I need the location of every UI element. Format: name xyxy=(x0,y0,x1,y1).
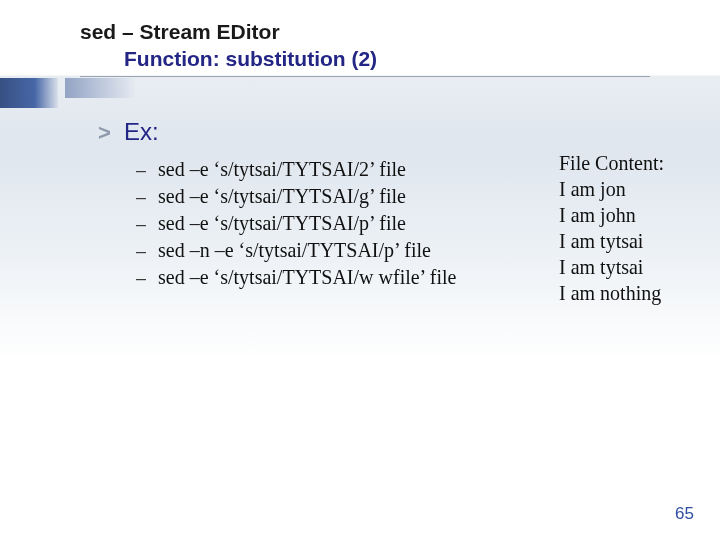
page-number: 65 xyxy=(675,504,694,524)
file-content-line: I am nothing xyxy=(559,280,664,306)
content-columns: – sed –e ‘s/tytsai/TYTSAI/2’ file – sed … xyxy=(98,154,670,306)
file-content-line: I am john xyxy=(559,202,664,228)
chevron-icon: > xyxy=(98,120,124,146)
example-label: Ex: xyxy=(124,118,159,146)
file-content-heading: File Content: xyxy=(559,150,664,176)
list-item: – sed –e ‘s/tytsai/TYTSAI/p’ file xyxy=(136,212,456,235)
bullet-dash-icon: – xyxy=(136,160,158,181)
slide: sed – Stream EDitor Function: substituti… xyxy=(0,0,720,540)
slide-title: sed – Stream EDitor Function: substituti… xyxy=(80,18,377,73)
command-text: sed –e ‘s/tytsai/TYTSAI/p’ file xyxy=(158,212,406,235)
file-content-line: I am jon xyxy=(559,176,664,202)
accent-strip-secondary xyxy=(65,78,135,98)
title-line-2: Function: substitution (2) xyxy=(80,45,377,72)
list-item: – sed –e ‘s/tytsai/TYTSAI/2’ file xyxy=(136,158,456,181)
command-text: sed –n –e ‘s/tytsai/TYTSAI/p’ file xyxy=(158,239,431,262)
title-underline xyxy=(80,76,650,77)
command-list: – sed –e ‘s/tytsai/TYTSAI/2’ file – sed … xyxy=(136,158,456,293)
file-content-line: I am tytsai xyxy=(559,228,664,254)
accent-strip xyxy=(0,78,58,108)
list-item: – sed –e ‘s/tytsai/TYTSAI/w wfile’ file xyxy=(136,266,456,289)
title-line-1: sed – Stream EDitor xyxy=(80,18,377,45)
bullet-dash-icon: – xyxy=(136,268,158,289)
list-item: – sed –n –e ‘s/tytsai/TYTSAI/p’ file xyxy=(136,239,456,262)
list-item: – sed –e ‘s/tytsai/TYTSAI/g’ file xyxy=(136,185,456,208)
bullet-dash-icon: – xyxy=(136,187,158,208)
command-text: sed –e ‘s/tytsai/TYTSAI/g’ file xyxy=(158,185,406,208)
example-heading-row: > Ex: xyxy=(98,118,670,146)
slide-body: > Ex: – sed –e ‘s/tytsai/TYTSAI/2’ file … xyxy=(98,118,670,306)
bullet-dash-icon: – xyxy=(136,214,158,235)
file-content-box: File Content: I am jon I am john I am ty… xyxy=(559,150,664,306)
command-text: sed –e ‘s/tytsai/TYTSAI/w wfile’ file xyxy=(158,266,456,289)
file-content-line: I am tytsai xyxy=(559,254,664,280)
command-text: sed –e ‘s/tytsai/TYTSAI/2’ file xyxy=(158,158,406,181)
bullet-dash-icon: – xyxy=(136,241,158,262)
